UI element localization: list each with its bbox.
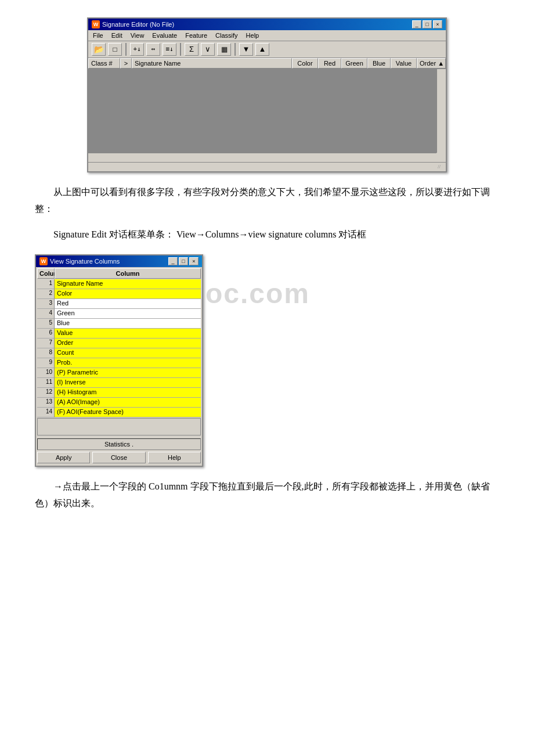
tb-up-btn[interactable]: ▲ (255, 43, 269, 56)
row-num: 11 (37, 378, 55, 388)
menu-edit[interactable]: Edit (110, 31, 124, 39)
sig-scrollbar-vertical[interactable] (436, 69, 446, 153)
row-val: (H) Histogram (55, 388, 201, 398)
col-value: Value (391, 58, 417, 69)
row-val: Red (55, 299, 201, 309)
row-val: Green (55, 309, 201, 319)
tb-stats-btn[interactable]: Σ (185, 43, 199, 56)
sig-scrollbar-horizontal[interactable] (88, 153, 436, 162)
vsc-table-header: Column Column (37, 268, 201, 279)
row-val: Order (55, 339, 201, 348)
table-row[interactable]: 5 Blue (37, 319, 201, 329)
row-val: (P) Parametric (55, 368, 201, 378)
table-row[interactable]: 12 (H) Histogram (37, 388, 201, 398)
vsc-rows: 1 Signature Name 2 Color 3 Red 4 Green (37, 279, 201, 417)
table-row[interactable]: 11 (I) Inverse (37, 378, 201, 388)
help-button[interactable]: Help (148, 452, 201, 463)
sig-editor-close-btn[interactable]: × (433, 20, 442, 28)
row-num: 8 (37, 348, 55, 358)
vsc-button-row: Apply Close Help (37, 452, 201, 463)
tb-open-btn[interactable]: 📂 (92, 43, 106, 56)
col-green: Green (341, 58, 367, 69)
tb-hist-btn[interactable]: ∨ (201, 43, 215, 56)
row-num: 6 (37, 329, 55, 339)
para3-text: →点击最上一个字段的 Co1umnm 字段下拖拉直到最后一个段,此时，所有字段都… (35, 478, 499, 512)
row-num: 4 (37, 309, 55, 319)
vsc-titlebar: W View Signature Columns _ □ × (36, 255, 202, 267)
table-row[interactable]: 4 Green (37, 309, 201, 319)
row-num: 10 (37, 368, 55, 378)
row-val: (I) Inverse (55, 378, 201, 388)
row-num: 14 (37, 408, 55, 417)
sig-editor-icon: W (92, 20, 100, 28)
menu-help[interactable]: Help (245, 31, 261, 39)
tb-new-btn[interactable]: □ (108, 43, 122, 56)
vsc-maximize-btn[interactable]: □ (179, 257, 188, 265)
row-num: 9 (37, 358, 55, 368)
sig-table-body (88, 69, 446, 162)
sig-editor-menubar: File Edit View Evaluate Feature Classify… (88, 30, 446, 41)
table-row[interactable]: 6 Value (37, 329, 201, 339)
table-row[interactable]: 14 (F) AOI(Feature Space) (37, 408, 201, 417)
table-row[interactable]: 3 Red (37, 299, 201, 309)
table-row[interactable]: 13 (A) AOI(Image) (37, 398, 201, 408)
row-num: 3 (37, 299, 55, 309)
vsc-col-num-header: Column (37, 268, 55, 279)
vsc-minimize-btn[interactable]: _ (168, 257, 178, 265)
table-row[interactable]: 10 (P) Parametric (37, 368, 201, 378)
apply-button[interactable]: Apply (37, 452, 90, 463)
vsc-col-name-header: Column (55, 268, 201, 279)
col-color: Color (292, 58, 318, 69)
vsc-table-area: Column Column 1 Signature Name 2 Color 3… (36, 267, 202, 437)
close-button[interactable]: Close (92, 452, 145, 463)
tb-feature-btn[interactable]: ▦ (217, 43, 231, 56)
signature-editor-window: W Signature Editor (No File) _ □ × File … (87, 17, 447, 172)
row-val: (A) AOI(Image) (55, 398, 201, 408)
col-red: Red (318, 58, 341, 69)
table-row[interactable]: 7 Order (37, 339, 201, 348)
row-val: Value (55, 329, 201, 339)
col-arrow: > (120, 58, 132, 69)
tb-down-btn[interactable]: ▼ (239, 43, 253, 56)
menu-view[interactable]: View (129, 31, 146, 39)
vsc-close-btn[interactable]: × (189, 257, 199, 265)
row-num: 5 (37, 319, 55, 329)
para1-text: 从上图中可以看到有很多字段，有些字段对分类的意义下大，我们希望不显示这些这段，所… (35, 184, 499, 218)
vsc-win-controls: _ □ × (168, 257, 199, 265)
row-num: 12 (37, 388, 55, 398)
sig-editor-title: Signature Editor (No File) (102, 21, 174, 28)
sig-table-header: Class # > Signature Name Color Red Green… (88, 58, 446, 69)
vsc-title: View Signature Columns (50, 258, 120, 265)
vsc-icon: W (39, 257, 48, 265)
col-order: Order ▲ (417, 58, 446, 69)
col-class: Class # (88, 58, 120, 69)
statistics-button[interactable]: Statistics . (37, 438, 201, 450)
row-val: (F) AOI(Feature Space) (55, 408, 201, 417)
menu-classify[interactable]: Classify (214, 31, 239, 39)
row-val: Blue (55, 319, 201, 329)
sig-table-area: Class # > Signature Name Color Red Green… (88, 58, 446, 162)
menu-feature[interactable]: Feature (184, 31, 208, 39)
tb-expand-btn[interactable]: ↔ (146, 43, 160, 56)
menu-file[interactable]: File (92, 31, 104, 39)
sig-editor-toolbar: 📂 □ +↓ ↔ ≡↓ Σ ∨ ▦ ▼ ▲ (88, 41, 446, 58)
table-row[interactable]: 8 Count (37, 348, 201, 358)
row-val: Prob. (55, 358, 201, 368)
row-num: 13 (37, 398, 55, 408)
tb-sep3 (234, 43, 236, 56)
table-row[interactable]: 2 Color (37, 289, 201, 299)
table-row[interactable]: 1 Signature Name (37, 279, 201, 289)
tb-sep1 (125, 43, 127, 56)
tb-add-btn[interactable]: +↓ (130, 43, 144, 56)
sig-editor-maximize-btn[interactable]: □ (423, 20, 432, 28)
sig-resize-corner (436, 153, 446, 162)
menu-evaluate[interactable]: Evaluate (151, 31, 178, 39)
sig-editor-minimize-btn[interactable]: _ (412, 20, 421, 28)
tb-merge-btn[interactable]: ≡↓ (163, 43, 176, 56)
tb-sep2 (180, 43, 181, 56)
resize-grip-icon: // (438, 164, 445, 171)
table-row[interactable]: 9 Prob. (37, 358, 201, 368)
row-val: Signature Name (55, 279, 201, 289)
view-signature-columns-window: W View Signature Columns _ □ × Column Co… (35, 254, 203, 467)
row-num: 2 (37, 289, 55, 299)
